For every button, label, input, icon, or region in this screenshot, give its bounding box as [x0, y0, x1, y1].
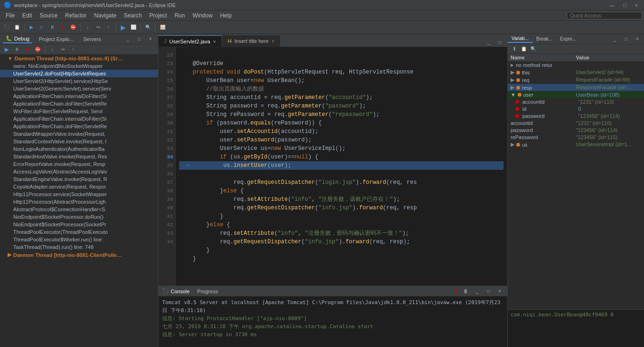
var-row-accountid[interactable]: accountid "1231" (id=110) [508, 120, 644, 127]
thread-daemon-2[interactable]: ▶ Daemon Thread [http-nio-8081-ClientPol… [0, 251, 158, 259]
close-panel-icon[interactable]: × [146, 34, 155, 44]
stack-item-http11-abs[interactable]: Http11Processor(AbstractProcessorLigh [0, 198, 158, 206]
run-btn[interactable]: ▶ [118, 23, 128, 32]
tab-breakpoints[interactable]: Break... [533, 35, 556, 42]
tab-project-explorer[interactable]: Project Explo... [36, 35, 76, 43]
stack-item-wsfilter[interactable]: WsFilter.doFilter(ServletRequest, Servl [0, 107, 158, 115]
menu-source[interactable]: Source [36, 11, 61, 20]
close-button[interactable]: × [633, 2, 640, 8]
quick-access-input[interactable] [567, 12, 642, 19]
debug-resume-icon[interactable]: ▶ [2, 45, 11, 54]
minimize-panel-icon[interactable]: _ [123, 34, 132, 44]
maximize-panel-icon[interactable]: □ [134, 34, 144, 44]
suspend-btn[interactable]: ⏸ [48, 23, 57, 32]
debug-step-over-icon[interactable]: ↪ [58, 45, 67, 54]
menu-search[interactable]: Search [120, 11, 146, 20]
vars-maximize-icon[interactable]: □ [621, 34, 631, 44]
toolbar-btn-2[interactable]: 📋 [12, 23, 22, 32]
vars-layout-icon[interactable]: 📋 [519, 44, 528, 54]
stack-item-nio2[interactable]: NioEndpoint$SocketProcessor(SocketPr [0, 221, 158, 228]
console-clear-icon[interactable]: 🗑 [461, 287, 471, 296]
menu-project[interactable]: Project [146, 11, 171, 20]
stack-item-filter2[interactable]: ApplicationFilterChain.doFilter(ServletR… [0, 100, 158, 107]
stack-item-stdwrapper[interactable]: StandardWrapperValve.invoke(Request, [0, 130, 158, 138]
debug-stop-icon[interactable]: ■ [23, 45, 32, 54]
tab-userservlet2[interactable]: J UserServlet2.java × [158, 35, 222, 47]
tab-console[interactable]: ⬛ Console [158, 287, 193, 295]
stack-item-service2[interactable]: UserServlet2(GenericServlet).service(Ser… [0, 85, 158, 92]
menu-window[interactable]: Window [189, 11, 216, 20]
tab-servers[interactable]: Servers [80, 35, 104, 43]
tab-variables[interactable]: Variab... [508, 35, 533, 43]
thread-daemon-1[interactable]: ▼ Daemon Thread [http-nio-8081-exec-9] (… [0, 55, 158, 62]
run-last-btn[interactable]: ⬜ [129, 23, 138, 32]
var-row-user[interactable]: ▼ user UserBean (id=108) [508, 91, 644, 99]
stack-item-nonlogin[interactable]: NonLoginAuthenticator(AuthenticatorBa [0, 145, 158, 153]
var-row-this[interactable]: ▶ this UserServlet2 (id=94) [508, 69, 644, 76]
console-close-icon[interactable]: × [495, 287, 504, 296]
var-row-us[interactable]: ▶ us UserServiceImpl (id=1... [508, 141, 644, 149]
stack-item-service1[interactable]: UserServlet2(HttpServlet).service(HttpSe [0, 77, 158, 85]
vars-close-icon[interactable]: × [633, 34, 642, 44]
step-into[interactable]: ↓ [83, 23, 92, 32]
disconnect-btn[interactable]: ⛔ [68, 23, 78, 32]
debug-suspend-icon[interactable]: ⏸ [12, 45, 22, 54]
vars-filter-icon[interactable]: 🔍 [528, 44, 538, 54]
menu-edit[interactable]: Edit [18, 11, 36, 20]
debug-step-into-icon[interactable]: ↓ [48, 45, 57, 54]
menu-help[interactable]: Help [216, 11, 236, 20]
code-content[interactable]: @Override protected void doPost(HttpServ… [175, 47, 507, 286]
debug-step-return-icon[interactable]: ↑ [68, 45, 78, 54]
maximize-button[interactable]: □ [621, 2, 629, 8]
var-row-no-return[interactable]: ▶ no method retur [508, 62, 644, 69]
stack-item-owns[interactable]: owns: NioEndpoint$NioSocketWrapper [0, 62, 158, 70]
close-tab-2-icon[interactable]: × [272, 38, 274, 44]
var-row-password-child[interactable]: password "123456" (id=114) [508, 113, 644, 120]
stack-item-stdhost[interactable]: StandardHostValve.invoke(Request, Res [0, 153, 158, 160]
debug-disconnect-icon[interactable]: ⛔ [33, 45, 42, 54]
vars-collapse-icon[interactable]: ⬆ [510, 44, 519, 54]
persp-btn[interactable]: 🪟 [158, 23, 167, 32]
step-return[interactable]: ↑ [104, 23, 113, 32]
vars-minimize-icon[interactable]: _ [610, 34, 619, 44]
stack-item-stdcontext[interactable]: StandardContextValve.invoke(Request, I [0, 138, 158, 145]
stack-item-coyote[interactable]: CoyoteAdapter.service(Request, Respor [0, 183, 158, 190]
tab-progress[interactable]: Progress [193, 288, 222, 295]
stack-item-threadpool2[interactable]: ThreadPoolExecutor$Worker.run() line: [0, 236, 158, 243]
stack-item-filter3[interactable]: ApplicationFilterChain.internalDoFilter(… [0, 115, 158, 123]
var-row-id-child[interactable]: id 0 [508, 106, 644, 113]
tab-expressions[interactable]: Expre... [556, 35, 580, 42]
toolbar-btn-1[interactable]: ⬛ [2, 23, 11, 32]
console-stop-icon[interactable]: ■ [453, 288, 459, 295]
stack-item-accesslog[interactable]: AccessLogValve(AbstractAccessLogValv [0, 168, 158, 175]
editor-maximize-icon[interactable]: □ [495, 37, 504, 47]
stack-item-taskthread[interactable]: TaskThread(Thread).run() line: 748 [0, 243, 158, 251]
tab-insert-title[interactable]: H Insert title here × [222, 35, 281, 47]
stack-item-filter1[interactable]: ApplicationFilterChain.internalDoFilter(… [0, 92, 158, 100]
var-row-req[interactable]: ▶ req RequestFacade (id=99) [508, 76, 644, 84]
stack-item-nio1[interactable]: NioEndpoint$SocketProcessor.doRun() [0, 213, 158, 221]
stop-btn[interactable]: ■ [58, 23, 67, 32]
stack-item-errorreport[interactable]: ErrorReportValve.invoke(Request, Resp [0, 160, 158, 168]
step-over[interactable]: ↪ [93, 23, 103, 32]
stack-item-http11[interactable]: Http11Processor.service(SocketWrapper [0, 190, 158, 198]
menu-navigate[interactable]: Navigate [90, 11, 120, 20]
stack-item-stdengine[interactable]: StandardEngineValve.invoke(Request, R [0, 175, 158, 183]
menu-run[interactable]: Run [171, 11, 189, 20]
stack-item-filter4[interactable]: ApplicationFilterChain.doFilter(ServletR… [0, 123, 158, 130]
var-row-accountid-child[interactable]: accountid "1231" (id=110) [508, 99, 644, 106]
stack-item-abstractprotocol[interactable]: AbstractProtocol$ConnectionHandler<S [0, 206, 158, 213]
stack-item-threadpool1[interactable]: ThreadPoolExecutor(ThreadPoolExecuto [0, 228, 158, 236]
close-tab-icon[interactable]: × [213, 39, 216, 44]
minimize-button[interactable]: — [607, 2, 617, 8]
tab-debug[interactable]: 🐛 Debug [3, 34, 32, 43]
menu-refactor[interactable]: Refactor [61, 11, 90, 20]
resume-btn[interactable]: ▷ [37, 23, 47, 32]
menu-file[interactable]: File [2, 11, 18, 20]
console-minimize-icon[interactable]: _ [472, 287, 482, 296]
editor-minimize-icon[interactable]: _ [484, 37, 493, 47]
console-maximize-icon[interactable]: □ [484, 287, 493, 296]
open-type-btn[interactable]: 🔍 [143, 23, 153, 32]
debug-btn[interactable]: ▶ [27, 23, 36, 32]
stack-item-dopost[interactable]: UserServlet2.doPost(HttpServletReques [0, 70, 158, 77]
